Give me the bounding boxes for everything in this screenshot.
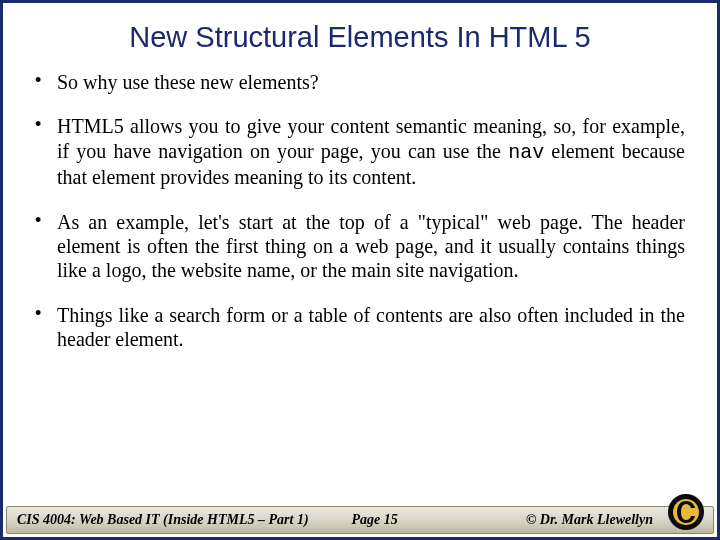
slide-title: New Structural Elements In HTML 5 xyxy=(3,3,717,64)
bullet-marker: • xyxy=(35,114,57,189)
logo-icon xyxy=(666,492,706,532)
bullet-marker: • xyxy=(35,210,57,283)
bullet-item: • So why use these new elements? xyxy=(35,70,685,94)
slide: New Structural Elements In HTML 5 • So w… xyxy=(0,0,720,540)
bullet-text: So why use these new elements? xyxy=(57,70,685,94)
footer-page: Page 15 xyxy=(351,512,491,528)
bullet-item: • As an example, let's start at the top … xyxy=(35,210,685,283)
bullet-text: HTML5 allows you to give your content se… xyxy=(57,114,685,189)
footer-author: © Dr. Mark Llewellyn xyxy=(526,512,653,528)
code-span: nav xyxy=(508,141,544,164)
slide-content: • So why use these new elements? • HTML5… xyxy=(3,64,717,537)
footer: CIS 4004: Web Based IT (Inside HTML5 – P… xyxy=(6,500,714,534)
footer-bar: CIS 4004: Web Based IT (Inside HTML5 – P… xyxy=(6,506,714,534)
bullet-marker: • xyxy=(35,70,57,94)
bullet-text: As an example, let's start at the top of… xyxy=(57,210,685,283)
bullet-item: • HTML5 allows you to give your content … xyxy=(35,114,685,189)
bullet-marker: • xyxy=(35,303,57,352)
bullet-item: • Things like a search form or a table o… xyxy=(35,303,685,352)
footer-course: CIS 4004: Web Based IT (Inside HTML5 – P… xyxy=(17,512,317,528)
bullet-text: Things like a search form or a table of … xyxy=(57,303,685,352)
